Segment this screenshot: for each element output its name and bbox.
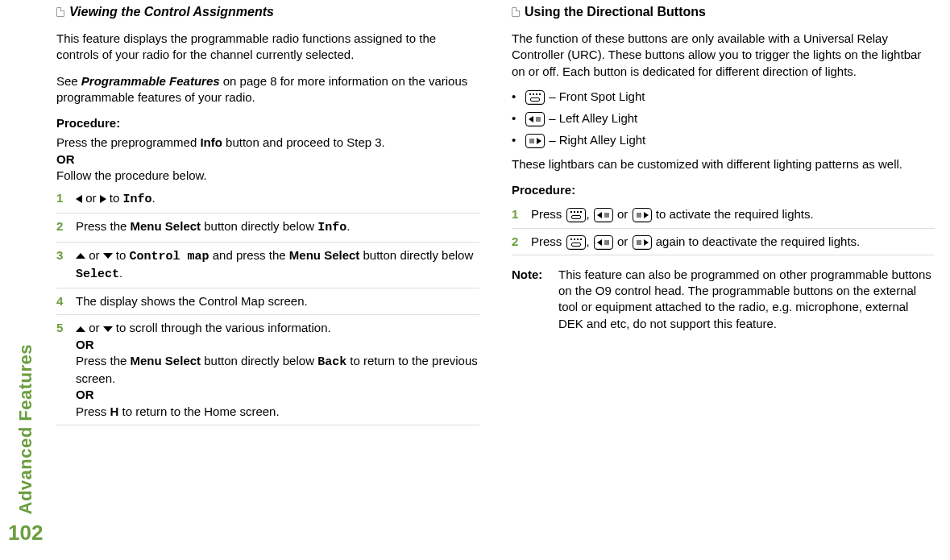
- step-number: 5: [56, 320, 68, 420]
- step-number: 4: [56, 293, 68, 309]
- text: See: [56, 74, 81, 88]
- left-column: Viewing the Control Assignments This fea…: [56, 5, 479, 425]
- text: or: [85, 248, 103, 262]
- nav-down-icon: [103, 253, 113, 259]
- menu-item: Back: [317, 355, 346, 369]
- step-2: 2 Press the Menu Select button directly …: [56, 214, 479, 242]
- step-number: 2: [512, 234, 523, 250]
- button-ref: Info: [200, 135, 222, 149]
- right-alley-key-icon: [525, 134, 545, 148]
- text: .: [152, 191, 156, 205]
- left-alley-key-icon: [525, 112, 545, 127]
- note-label: Note:: [512, 267, 549, 332]
- list-item: – Left Alley Light: [512, 111, 935, 127]
- text: and press the: [209, 248, 289, 262]
- page-icon: [512, 7, 520, 17]
- text: ,: [587, 207, 593, 221]
- step-5: 5 or to scroll through the various infor…: [56, 315, 479, 425]
- menu-item: Info: [123, 193, 152, 206]
- section-label: Advanced Features: [15, 344, 36, 514]
- intro-paragraph: The function of these buttons are only a…: [512, 31, 935, 80]
- cross-ref: Programmable Features: [81, 74, 220, 88]
- menu-item: Info: [317, 221, 346, 234]
- text: – Left Alley Light: [546, 111, 637, 125]
- step-body: or to Info.: [76, 190, 479, 208]
- text: Press: [531, 207, 566, 221]
- step-number: 3: [56, 247, 68, 284]
- page-content: Viewing the Control Assignments This fea…: [56, 5, 935, 425]
- front-spot-key-icon: [566, 235, 586, 250]
- text: to: [113, 248, 130, 262]
- text: or: [85, 321, 103, 334]
- page-icon: [56, 7, 64, 17]
- text: to return to the Home screen.: [118, 404, 279, 418]
- step-body: Press , or to activate the required ligh…: [531, 206, 935, 222]
- button-ref: Menu Select: [289, 248, 360, 262]
- left-alley-key-icon: [594, 235, 613, 250]
- note-body: This feature can also be programmed on o…: [558, 267, 935, 332]
- text: button directly below: [359, 248, 473, 262]
- text: Press: [531, 234, 566, 248]
- button-ref: Menu Select: [131, 219, 201, 233]
- list-item: – Front Spot Light: [512, 89, 935, 105]
- menu-item: Select: [76, 268, 119, 281]
- nav-down-icon: [103, 326, 113, 332]
- text: Follow the procedure below.: [56, 168, 207, 182]
- text: or: [614, 207, 632, 221]
- nav-left-icon: [76, 195, 82, 203]
- text: ,: [587, 234, 593, 248]
- right-column: Using the Directional Buttons The functi…: [512, 5, 935, 425]
- step-number: 1: [512, 206, 523, 222]
- text: button directly below: [201, 219, 317, 233]
- list-item: – Right Alley Light: [512, 133, 935, 148]
- nav-up-icon: [76, 253, 85, 259]
- step-body: Press , or again to deactivate the requi…: [531, 234, 935, 250]
- procedure-intro: Press the preprogrammed Info button and …: [56, 135, 479, 184]
- step-body: or to Control map and press the Menu Sel…: [76, 247, 479, 284]
- right-alley-key-icon: [633, 208, 652, 222]
- step-body: The display shows the Control Map screen…: [76, 293, 479, 309]
- text: Press the: [76, 219, 131, 233]
- heading-text: Viewing the Control Assignments: [69, 5, 274, 19]
- see-also: See Programmable Features on page 8 for …: [56, 73, 479, 106]
- text: Press the preprogrammed: [56, 135, 200, 149]
- intro-paragraph: This feature displays the programmable r…: [56, 31, 479, 64]
- step-2: 2 Press , or again to deactivate the req…: [512, 229, 935, 255]
- page-number: 102: [8, 521, 43, 545]
- heading-text: Using the Directional Buttons: [525, 5, 706, 19]
- text: .: [119, 266, 122, 280]
- section-heading-left: Viewing the Control Assignments: [56, 5, 479, 19]
- sidebar: Advanced Features 102: [8, 344, 43, 545]
- procedure-label: Procedure:: [56, 115, 479, 131]
- text: – Right Alley Light: [546, 133, 645, 147]
- or-label: OR: [76, 388, 94, 401]
- text: to: [106, 191, 123, 205]
- text: Press: [76, 404, 110, 418]
- text: again to deactivate the required lights.: [653, 234, 861, 248]
- step-body: or to scroll through the various informa…: [76, 320, 479, 420]
- text: button directly below: [201, 354, 317, 367]
- note-block: Note: This feature can also be programme…: [512, 267, 935, 332]
- text: button and proceed to Step 3.: [222, 135, 385, 149]
- procedure-label: Procedure:: [512, 182, 935, 198]
- button-light-list: – Front Spot Light – Left Alley Light – …: [512, 89, 935, 148]
- button-ref: Menu Select: [131, 354, 201, 367]
- menu-item: Control map: [130, 250, 209, 263]
- section-heading-right: Using the Directional Buttons: [512, 5, 935, 19]
- text: – Front Spot Light: [546, 89, 645, 103]
- or-label: OR: [56, 152, 75, 166]
- step-3: 3 or to Control map and press the Menu S…: [56, 243, 479, 289]
- step-number: 1: [56, 190, 68, 208]
- right-alley-key-icon: [633, 235, 652, 250]
- step-1: 1 Press , or to activate the required li…: [512, 201, 935, 228]
- text: or: [82, 191, 100, 205]
- text: or: [614, 234, 632, 248]
- step-1: 1 or to Info.: [56, 185, 479, 214]
- text: Press the: [76, 354, 131, 367]
- text: to activate the required lights.: [653, 207, 814, 221]
- text: to scroll through the various informatio…: [113, 321, 331, 334]
- or-label: OR: [76, 338, 94, 351]
- step-4: 4 The display shows the Control Map scre…: [56, 288, 479, 315]
- home-key-icon: H: [110, 404, 119, 420]
- paragraph: These lightbars can be customized with d…: [512, 156, 935, 172]
